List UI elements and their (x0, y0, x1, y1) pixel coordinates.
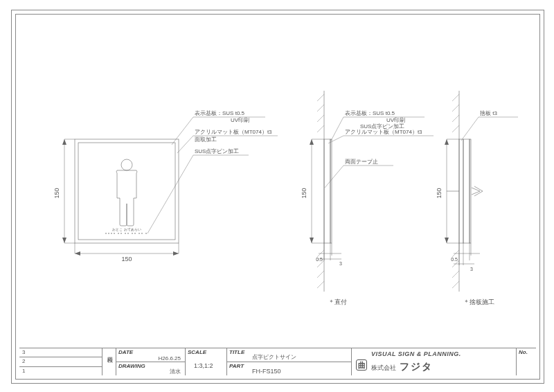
drawing-canvas: おとこ おてあらい 150 150 (16, 15, 542, 354)
dim-height: 150 (53, 139, 75, 243)
backer-section (459, 139, 463, 243)
revision-column: 3 2 1 (19, 348, 102, 375)
svg-point-2 (108, 233, 109, 234)
svg-line-67 (452, 105, 459, 112)
title-part-cell: TITLE 点字ピクトサイン PART FH-FS150 (227, 348, 352, 375)
svg-line-72 (452, 271, 459, 278)
no-cell: No. (517, 348, 536, 375)
title-block: 3 2 1 検図 DATE H26.6.25 DRAWING 清水 (19, 348, 536, 375)
svg-line-39 (317, 271, 324, 278)
acrylic-section (324, 139, 330, 243)
svg-line-73 (452, 281, 459, 288)
dim-width: 150 (75, 243, 179, 262)
svg-point-0 (121, 159, 132, 170)
svg-point-12 (141, 233, 143, 234)
scale-cell: SCALE 1:3,1:2 (186, 348, 227, 375)
svg-text:3: 3 (339, 261, 342, 266)
svg-line-34 (317, 105, 324, 112)
outer-frame: おとこ おてあらい 150 150 (11, 10, 544, 384)
svg-line-35 (317, 115, 324, 122)
svg-marker-17 (62, 139, 66, 145)
svg-text:UV印刷: UV印刷 (386, 117, 405, 123)
svg-point-9 (132, 233, 133, 234)
callout-acrylic: アクリルマット板（MT074）t3 (195, 129, 272, 135)
svg-text:150: 150 (121, 256, 132, 262)
svg-line-68 (452, 115, 459, 122)
svg-point-10 (134, 233, 136, 234)
inner-frame: おとこ おてあらい 150 150 (15, 14, 540, 380)
sus-section (330, 139, 332, 243)
company-logo-cell: VISUAL SIGN & PLANNING. 曲 株式会社 フジタ (352, 348, 517, 375)
svg-text:アクリルマット板（MT074）t3: アクリルマット板（MT074）t3 (345, 129, 422, 135)
svg-line-30 (148, 155, 193, 233)
svg-line-26 (172, 117, 193, 145)
svg-point-1 (105, 233, 107, 234)
svg-line-40 (317, 281, 324, 288)
side1-label: ＊直付 (328, 299, 347, 305)
braille-caption: おとこ おてあらい (112, 227, 141, 231)
svg-text:表示基板：SUS  t0.5: 表示基板：SUS t0.5 (345, 110, 395, 116)
svg-text:150: 150 (53, 188, 60, 198)
svg-line-54 (331, 117, 343, 141)
svg-marker-45 (310, 238, 314, 243)
rev-row: 3 (19, 348, 102, 357)
svg-line-89 (461, 117, 479, 141)
sus-section-2 (470, 139, 471, 243)
svg-marker-18 (62, 238, 66, 243)
side2-label: ＊捨板施工 (463, 299, 494, 305)
svg-marker-79 (445, 238, 449, 243)
rev-row: 1 (19, 367, 102, 375)
svg-marker-78 (445, 139, 449, 145)
svg-point-5 (118, 233, 119, 234)
svg-line-69 (452, 125, 459, 132)
side-view-direct: 150 0.5 3 表示基板：SUS t0.5 UV印刷 SUS点字ピン加工 ア… (301, 91, 434, 305)
svg-text:0.5: 0.5 (316, 257, 323, 262)
side-view-backer: 150 0.5 3 捨板 t3 ＊捨板施工 (436, 91, 518, 305)
svg-point-3 (111, 233, 112, 234)
braille-row (105, 233, 147, 234)
svg-text:3: 3 (470, 267, 473, 271)
man-pictogram (116, 159, 137, 226)
svg-point-8 (127, 233, 129, 234)
acrylic-section-2 (463, 139, 470, 243)
svg-line-36 (317, 125, 324, 132)
svg-point-11 (138, 233, 140, 234)
svg-point-13 (145, 233, 147, 234)
front-view: おとこ おてあらい 150 150 (53, 110, 278, 262)
svg-text:150: 150 (301, 188, 307, 198)
svg-text:捨板  t3: 捨板 t3 (480, 110, 497, 116)
anchor-icon (447, 186, 483, 196)
callout-sus: 表示基板：SUS t0.5 (195, 110, 245, 116)
svg-text:両面テープ止: 両面テープ止 (345, 159, 378, 165)
svg-text:150: 150 (436, 188, 443, 198)
svg-text:0.5: 0.5 (451, 257, 458, 262)
svg-line-62 (325, 166, 343, 188)
callout-braille: SUS点字ピン加工 (195, 148, 239, 154)
callout-acrylic-b: 面取加工 (195, 136, 217, 143)
svg-point-7 (125, 233, 126, 234)
svg-point-4 (114, 233, 115, 234)
company-name: フジタ (400, 361, 433, 372)
svg-line-28 (177, 136, 193, 153)
svg-line-33 (317, 94, 324, 101)
logo-mark-icon: 曲 (356, 359, 367, 371)
svg-point-6 (120, 233, 122, 234)
company-tagline: VISUAL SIGN & PLANNING. (371, 350, 461, 357)
rev-row: 2 (19, 357, 102, 366)
callout-sus-b: UV印刷 (231, 117, 249, 123)
svg-marker-23 (75, 251, 80, 256)
check-column: 検図 (102, 348, 116, 375)
date-drawing-cell: DATE H26.6.25 DRAWING 清水 (116, 348, 186, 375)
svg-line-66 (452, 94, 459, 101)
svg-marker-44 (310, 139, 314, 145)
svg-marker-24 (173, 251, 179, 256)
